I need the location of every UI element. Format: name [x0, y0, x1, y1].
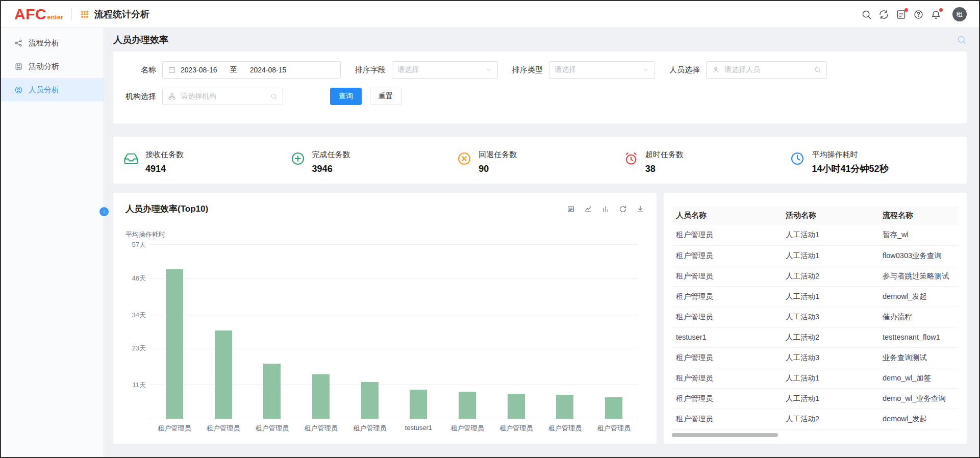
bar[interactable] — [556, 395, 573, 419]
table-cell: 人工活动3 — [782, 347, 878, 368]
grid-icon[interactable] — [80, 10, 89, 19]
layout: 流程分析活动分析人员分析 人员办理效率 名称 2023-08-16 至 2024… — [1, 28, 979, 457]
logo-subtext: enter — [47, 13, 63, 21]
table-cell: demowl_发起 — [878, 409, 959, 429]
search-icon[interactable] — [861, 9, 872, 20]
bar-slot — [492, 245, 541, 419]
stat-text: 回退任务数90 — [479, 150, 517, 174]
cross-circle-icon — [457, 151, 472, 166]
table-row: 租户管理员人工活动1demo_wl_加签 — [672, 368, 959, 388]
column-header: 人员名称 — [672, 206, 782, 225]
stat-text: 超时任务数38 — [645, 150, 684, 174]
stat-label: 完成任务数 — [312, 150, 350, 159]
x-axis-label: 租户管理员 — [541, 424, 590, 433]
stat-value: 90 — [479, 164, 517, 174]
line-chart-icon[interactable] — [584, 205, 592, 213]
query-button[interactable]: 查询 — [330, 88, 362, 105]
column-header: 活动名称 — [782, 206, 878, 225]
refresh-icon[interactable] — [619, 205, 627, 213]
sidebar-item-process-analysis[interactable]: 流程分析 — [1, 31, 104, 55]
horizontal-scrollbar[interactable] — [672, 433, 959, 437]
document-icon[interactable] — [896, 9, 907, 20]
date-range-input[interactable]: 2023-08-16 至 2024-08-15 — [162, 61, 341, 79]
bar[interactable] — [166, 269, 183, 419]
stat-received-tasks: 接收任务数4914 — [123, 150, 290, 174]
bar[interactable] — [410, 390, 427, 419]
bottom-section: 人员办理效率(Top10) 平均操作耗时 11天23天34天46天57天 租户管… — [113, 193, 967, 444]
table-cell: 租户管理员 — [672, 245, 782, 266]
table-row: 租户管理员人工活动2demowl_发起 — [672, 409, 959, 429]
table-cell: 人工活动3 — [782, 307, 878, 327]
org-select-input[interactable]: 请选择机构 — [162, 88, 283, 105]
chart-toolbar — [567, 205, 644, 213]
table-cell: 人工活动2 — [782, 327, 878, 347]
search-icon[interactable] — [270, 93, 278, 100]
activity-icon — [14, 62, 23, 71]
sidebar-item-activity-analysis[interactable]: 活动分析 — [1, 55, 104, 78]
bell-icon[interactable] — [931, 9, 941, 20]
download-icon[interactable] — [636, 205, 644, 213]
bar-slot — [150, 245, 199, 419]
bar-chart-icon[interactable] — [601, 205, 610, 213]
table-cell: 租户管理员 — [672, 409, 782, 429]
column-header: 流程名称 — [878, 206, 959, 225]
table-row: 租户管理员人工活动2参与者跳过策略测试 — [672, 266, 959, 286]
chart-xlabels: 租户管理员租户管理员租户管理员租户管理员租户管理员testuser1租户管理员租… — [150, 424, 638, 433]
org-icon — [168, 92, 176, 100]
sort-field-label: 排序字段 — [355, 65, 386, 75]
stat-value: 3946 — [312, 164, 350, 174]
table-cell: 租户管理员 — [672, 388, 782, 409]
stat-avg-duration: 平均操作耗时14小时41分钟52秒 — [790, 150, 957, 174]
data-view-icon[interactable] — [567, 205, 575, 213]
y-axis-title: 平均操作耗时 — [125, 231, 644, 239]
table-cell: flow0303业务查询 — [878, 245, 959, 266]
sidebar-menu: 流程分析活动分析人员分析 — [1, 31, 104, 101]
reset-button[interactable]: 重置 — [370, 88, 401, 105]
stats-panel: 接收任务数4914完成任务数3946回退任务数90超时任务数38平均操作耗时14… — [113, 137, 967, 184]
page-header: 人员办理效率 — [113, 28, 967, 52]
chevron-down-icon[interactable] — [485, 66, 492, 73]
clock-icon — [790, 151, 805, 166]
chevron-down-icon[interactable] — [642, 66, 649, 73]
bar[interactable] — [605, 397, 622, 419]
table-row: 租户管理员人工活动1demo_wl_业务查询 — [672, 388, 959, 409]
bar[interactable] — [263, 364, 281, 419]
chart-title: 人员办理效率(Top10) — [125, 203, 208, 215]
date-separator: 至 — [230, 65, 237, 74]
x-axis-label: 租户管理员 — [199, 424, 248, 433]
stat-label: 平均操作耗时 — [812, 150, 888, 159]
bar[interactable] — [361, 382, 379, 419]
stat-overtime-tasks: 超时任务数38 — [623, 150, 790, 174]
stat-text: 接收任务数4914 — [145, 150, 184, 174]
table-row: 租户管理员人工活动1暂存_wl — [672, 225, 959, 245]
search-icon[interactable] — [814, 66, 821, 73]
person-select-input[interactable]: 请选择人员 — [706, 61, 827, 79]
bar-slot — [199, 245, 248, 419]
flow-icon — [14, 39, 23, 47]
table-cell: 人工活动1 — [782, 245, 878, 266]
date-start[interactable]: 2023-08-16 — [181, 66, 217, 74]
header-search-icon[interactable] — [957, 35, 967, 45]
sort-field-select[interactable]: 请选择 — [392, 61, 498, 79]
bar[interactable] — [459, 392, 476, 419]
app-logo[interactable]: AFC enter — [14, 7, 63, 22]
sort-type-select[interactable]: 请选择 — [549, 61, 655, 79]
table-cell: 催办流程 — [878, 307, 959, 327]
scrollbar-thumb[interactable] — [672, 433, 778, 437]
bar-slot — [247, 245, 296, 419]
input-placeholder: 请选择机构 — [181, 92, 216, 101]
bar[interactable] — [508, 394, 525, 419]
sync-icon[interactable] — [878, 9, 889, 20]
sidebar-item-person-analysis[interactable]: 人员分析 — [1, 78, 104, 101]
alarm-icon — [623, 151, 639, 166]
table-row: 租户管理员人工活动1flow0303业务查询 — [672, 245, 959, 266]
org-select-label: 机构选择 — [123, 92, 156, 101]
help-icon[interactable] — [913, 9, 924, 20]
select-placeholder: 请选择 — [555, 65, 576, 74]
avatar[interactable]: 租 — [952, 7, 967, 21]
date-end[interactable]: 2024-08-15 — [250, 66, 287, 74]
table-cell: 人工活动1 — [782, 388, 878, 409]
bar[interactable] — [215, 330, 232, 419]
sidebar-collapse-button[interactable] — [99, 207, 109, 216]
bar[interactable] — [312, 374, 330, 419]
